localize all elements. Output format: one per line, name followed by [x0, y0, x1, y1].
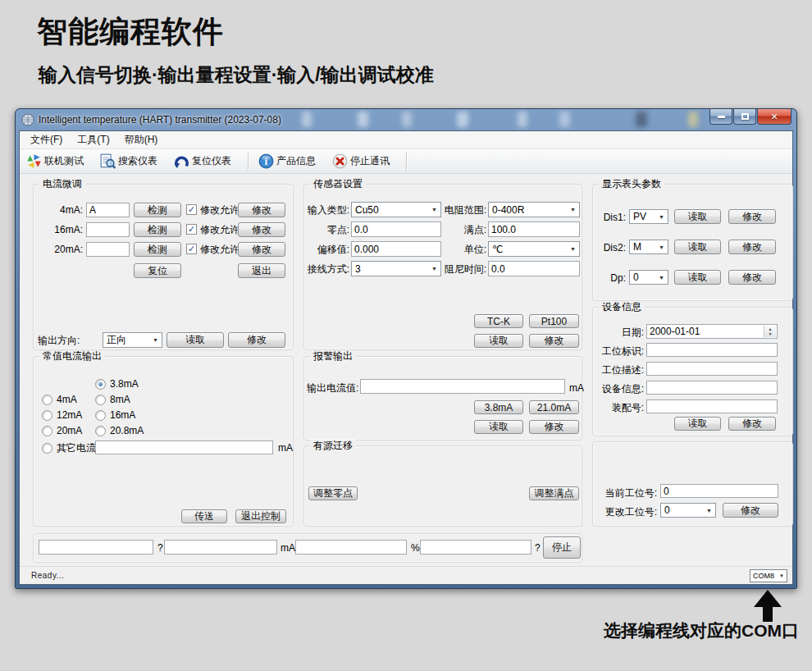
field-label: 阻尼时间:: [442, 262, 486, 276]
modify-button[interactable]: 修改: [723, 503, 778, 518]
adjust-zero-button[interactable]: 调整零点: [308, 486, 358, 500]
close-button[interactable]: ✕: [757, 109, 791, 125]
com-port-select[interactable]: COM8 ▼: [750, 569, 787, 582]
radio-12ma[interactable]: [42, 410, 52, 421]
read-button[interactable]: 读取: [167, 332, 224, 348]
radio-20-8ma[interactable]: [95, 426, 106, 436]
group-monitor-row: ? mA % ? 停止: [33, 533, 582, 563]
alarm-21ma-button[interactable]: 21.0mA: [529, 400, 579, 414]
assembly-no-input[interactable]: [646, 399, 778, 413]
modify-button[interactable]: 修改: [728, 240, 776, 254]
other-current-input[interactable]: [95, 440, 273, 454]
trim-20ma-input[interactable]: [86, 242, 130, 257]
exit-control-button[interactable]: 退出控制: [235, 509, 286, 523]
monitor-input-1[interactable]: [39, 540, 153, 555]
read-button[interactable]: 读取: [474, 420, 523, 434]
radio-4ma[interactable]: [42, 395, 52, 405]
radio-other-current[interactable]: [42, 443, 52, 454]
alarm-3-8ma-button[interactable]: 3.8mA: [474, 400, 523, 414]
current-station-label: 当前工位号:: [593, 486, 657, 500]
minimize-button[interactable]: [709, 109, 732, 125]
trim-16ma-input[interactable]: [86, 222, 130, 237]
dis1-select[interactable]: PV ▼: [629, 209, 668, 224]
group-display-params: 显示表头参数 Dis1: PV ▼ 读取 修改 Dis2: M ▼ 读取 修改 …: [592, 184, 793, 301]
glass-blur-decoration: [302, 112, 312, 127]
allow-modify-checkbox[interactable]: ✓: [186, 224, 197, 235]
callout-arrow-icon: [754, 590, 782, 607]
station-desc-input[interactable]: [646, 362, 778, 376]
menu-tools[interactable]: 工具(T): [70, 131, 116, 148]
modify-button[interactable]: 修改: [529, 420, 579, 434]
input-type-select[interactable]: Cu50 ▼: [351, 202, 441, 217]
menu-help[interactable]: 帮助(H): [117, 131, 166, 148]
radio-label: 12mA: [57, 408, 82, 422]
date-spinner[interactable]: ▲ ▼: [764, 326, 776, 337]
monitor-input-3[interactable]: [295, 540, 407, 555]
radio-20ma[interactable]: [42, 426, 52, 436]
dis2-select[interactable]: M ▼: [629, 240, 668, 254]
read-button[interactable]: 读取: [674, 417, 721, 431]
station-tag-input[interactable]: [646, 343, 778, 357]
modify-button[interactable]: 修改: [228, 332, 285, 348]
adjust-full-button[interactable]: 调整满点: [529, 486, 579, 500]
detect-button[interactable]: 检测: [134, 203, 181, 217]
monitor-input-4[interactable]: [420, 540, 531, 555]
tck-button[interactable]: TC-K: [474, 314, 523, 328]
field-label: 电阻范围:: [442, 203, 486, 217]
radio-8ma[interactable]: [95, 395, 106, 405]
change-station-select[interactable]: 0 ▼: [660, 503, 716, 518]
stop-button[interactable]: 停止: [543, 536, 581, 559]
damping-time-input[interactable]: [488, 261, 580, 276]
toolbar-search-meter[interactable]: 搜索仪表: [100, 153, 157, 169]
radio-3-8ma[interactable]: [95, 379, 106, 390]
detect-button[interactable]: 检测: [134, 222, 181, 237]
toolbar-online-test[interactable]: 联机测试: [26, 153, 84, 169]
group-sensor-settings: 传感器设置 输入类型: Cu50 ▼ 电阻范围: 0-400R ▼ 零点: 满点…: [303, 184, 582, 350]
offset-input[interactable]: [351, 241, 441, 257]
radio-16ma[interactable]: [95, 410, 106, 421]
detect-button[interactable]: 检测: [134, 242, 181, 257]
exit-button[interactable]: 退出: [238, 263, 285, 278]
toolbar-separator: [406, 153, 407, 171]
modify-button[interactable]: 修改: [728, 417, 776, 431]
glass-blur-decoration: [559, 112, 570, 127]
modify-button[interactable]: 修改: [238, 242, 285, 257]
resistance-range-select[interactable]: 0-400R ▼: [488, 202, 580, 217]
trim-4ma-input[interactable]: [86, 203, 130, 217]
device-info-input[interactable]: [646, 381, 778, 395]
toolbar-stop-comm[interactable]: 停止通讯: [332, 153, 390, 169]
modify-button[interactable]: 修改: [728, 209, 776, 224]
toolbar-label: 停止通讯: [350, 154, 390, 168]
toolbar-product-info[interactable]: i 产品信息: [258, 153, 316, 169]
unit-select[interactable]: ℃ ▼: [488, 241, 580, 257]
dp-select[interactable]: 0 ▼: [629, 270, 668, 285]
allow-modify-checkbox[interactable]: ✓: [186, 204, 197, 215]
read-button[interactable]: 读取: [674, 209, 721, 224]
read-button[interactable]: 读取: [674, 240, 721, 254]
monitor-input-2[interactable]: [164, 540, 277, 555]
toolbar-reset-meter[interactable]: 复位仪表: [174, 153, 231, 169]
allow-modify-checkbox[interactable]: ✓: [186, 244, 197, 254]
zero-point-input[interactable]: [351, 221, 441, 237]
pt100-button[interactable]: Pt100: [529, 314, 579, 328]
read-button[interactable]: 读取: [674, 270, 721, 285]
wiring-mode-select[interactable]: 3 ▼: [351, 261, 441, 276]
output-direction-select[interactable]: 正向 ▼: [103, 332, 162, 348]
current-station-input[interactable]: [660, 484, 778, 498]
modify-button[interactable]: 修改: [238, 203, 285, 217]
menu-file[interactable]: 文件(F): [23, 131, 70, 148]
full-point-input[interactable]: [488, 221, 580, 237]
titlebar[interactable]: Intelligent temperature (HART) transmitt…: [16, 109, 796, 130]
field-label: 装配号:: [593, 400, 644, 415]
modify-button[interactable]: 修改: [529, 334, 579, 348]
read-button[interactable]: 读取: [474, 334, 523, 348]
send-button[interactable]: 传送: [181, 509, 227, 523]
maximize-button[interactable]: [733, 109, 756, 125]
chevron-down-icon: ▼: [777, 573, 787, 578]
group-title: 显示表头参数: [599, 178, 664, 190]
reset-button[interactable]: 复位: [134, 263, 181, 278]
modify-button[interactable]: 修改: [728, 270, 776, 285]
alarm-current-input[interactable]: [360, 379, 565, 394]
date-input[interactable]: 2000-01-01 ▲ ▼: [646, 324, 778, 339]
modify-button[interactable]: 修改: [238, 222, 285, 237]
